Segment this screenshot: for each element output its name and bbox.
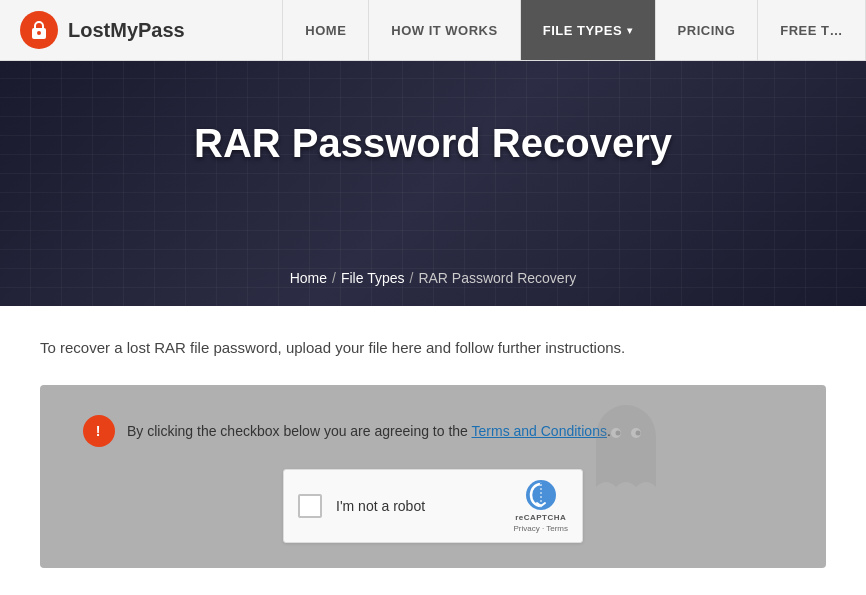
captcha-brand: reCAPTCHA xyxy=(515,513,566,522)
captcha-links: Privacy · Terms xyxy=(513,524,568,533)
chevron-down-icon: ▾ xyxy=(627,25,633,36)
svg-rect-3 xyxy=(596,437,656,487)
captcha-widget[interactable]: I'm not a robot reCAPTCHA Privacy · Term… xyxy=(283,469,583,543)
nav-pricing[interactable]: PRICING xyxy=(656,0,759,60)
hero-section: RAR Password Recovery Home / File Types … xyxy=(0,61,866,306)
upload-area: ! By clicking the checkbox below you are… xyxy=(40,385,826,568)
main-nav: HOME HOW IT WORKS FILE TYPES ▾ PRICING F… xyxy=(205,0,866,60)
page-title: RAR Password Recovery xyxy=(194,121,672,166)
svg-text:!: ! xyxy=(96,423,101,439)
site-header: LostMyPass HOME HOW IT WORKS FILE TYPES … xyxy=(0,0,866,61)
nav-file-types[interactable]: FILE TYPES ▾ xyxy=(521,0,656,60)
breadcrumb-sep-1: / xyxy=(332,270,336,286)
ghost-figure-icon xyxy=(586,395,666,495)
breadcrumb-file-types[interactable]: File Types xyxy=(341,270,405,286)
breadcrumb-sep-2: / xyxy=(409,270,413,286)
logo-area: LostMyPass xyxy=(0,11,205,49)
logo-icon xyxy=(20,11,58,49)
svg-point-1 xyxy=(37,31,41,35)
alert-icon: ! xyxy=(83,415,115,447)
svg-point-7 xyxy=(636,431,641,436)
captcha-logo: reCAPTCHA Privacy · Terms xyxy=(513,479,568,533)
breadcrumb: Home / File Types / RAR Password Recover… xyxy=(290,270,577,286)
terms-notice: ! By clicking the checkbox below you are… xyxy=(83,415,783,447)
captcha-label: I'm not a robot xyxy=(336,498,513,514)
terms-notice-text: By clicking the checkbox below you are a… xyxy=(127,423,611,439)
page-description: To recover a lost RAR file password, upl… xyxy=(40,336,826,360)
nav-free-trial[interactable]: FREE T… xyxy=(758,0,866,60)
logo-text: LostMyPass xyxy=(68,19,185,42)
nav-how-it-works[interactable]: HOW IT WORKS xyxy=(369,0,520,60)
breadcrumb-home[interactable]: Home xyxy=(290,270,327,286)
captcha-checkbox[interactable] xyxy=(298,494,322,518)
svg-point-6 xyxy=(616,431,621,436)
nav-home[interactable]: HOME xyxy=(282,0,369,60)
breadcrumb-current: RAR Password Recovery xyxy=(418,270,576,286)
main-content: To recover a lost RAR file password, upl… xyxy=(0,306,866,588)
